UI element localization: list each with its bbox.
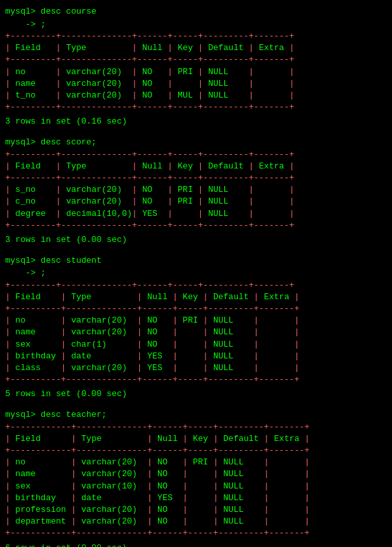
prompt-course: mysql> desc course: [5, 5, 387, 18]
data-row-teacher-4: | profession | varchar(20) | NO | | NULL…: [5, 504, 387, 516]
prompt2-course: -> ;: [5, 18, 387, 31]
data-row-course-2: | t_no | varchar(20) | NO | MUL | NULL |…: [5, 90, 387, 101]
border-bot-student: +----------+--------------+------+-----+…: [5, 374, 387, 386]
border-bot-course: +---------+--------------+------+-----+-…: [5, 101, 387, 113]
result-student: 5 rows in set (0.00 sec): [5, 388, 387, 401]
data-row-teacher-3: | birthday | date | YES | | NULL | |: [5, 492, 387, 504]
prompt2-student: -> ;: [5, 267, 387, 280]
data-row-student-1: | name | varchar(20) | NO | | NULL | |: [5, 327, 387, 338]
data-row-student-3: | birthday | date | YES | | NULL | |: [5, 351, 387, 362]
border-top-score: +---------+--------------+------+-----+-…: [5, 149, 387, 161]
result-course: 3 rows in set (0.16 sec): [5, 115, 387, 129]
border-mid-score: +---------+--------------+------+-----+-…: [5, 172, 387, 184]
section-score: mysql> desc score;+---------+-----------…: [5, 136, 387, 252]
section-student: mysql> desc student -> ;+---------+-----…: [5, 254, 387, 406]
border-bot-score: +---------+--------------+------+-----+-…: [5, 220, 387, 232]
data-row-teacher-2: | sex | varchar(10) | NO | | NULL | |: [5, 481, 387, 492]
data-row-teacher-0: | no | varchar(20) | NO | PRI | NULL | |: [5, 457, 387, 468]
border-mid-teacher: +------------+--------------+------+----…: [5, 445, 387, 457]
header-score: | Field | Type | Null | Key | Default | …: [5, 161, 387, 172]
data-row-course-1: | name | varchar(20) | NO | | NULL | |: [5, 78, 387, 90]
prompt-teacher: mysql> desc teacher;: [5, 408, 387, 421]
data-row-student-2: | sex | char(1) | NO | | NULL | |: [5, 339, 387, 351]
data-row-score-0: | s_no | varchar(20) | NO | PRI | NULL |…: [5, 184, 387, 196]
prompt-student: mysql> desc student: [5, 254, 387, 267]
header-course: | Field | Type | Null | Key | Default | …: [5, 42, 387, 54]
data-row-student-4: | class | varchar(20) | YES | | NULL | |: [5, 362, 387, 374]
header-teacher: | Field | Type | Null | Key | Default | …: [5, 433, 387, 445]
border-top-student: +---------+--------------+------+-----+-…: [5, 280, 387, 291]
section-teacher: mysql> desc teacher;+------------+------…: [5, 408, 387, 547]
border-bot-teacher: +------------+--------------+------+----…: [5, 527, 387, 539]
header-student: | Field | Type | Null | Key | Default | …: [5, 291, 387, 303]
border-top-teacher: +------------+--------------+------+----…: [5, 421, 387, 433]
terminal: mysql> desc course -> ;+---------+------…: [5, 5, 387, 547]
border-mid-course: +---------+--------------+------+-----+-…: [5, 54, 387, 66]
data-row-course-0: | no | varchar(20) | NO | PRI | NULL | |: [5, 66, 387, 78]
border-top-course: +---------+--------------+------+-----+-…: [5, 31, 387, 42]
border-mid-student: +----------+--------------+------+-----+…: [5, 303, 387, 315]
section-course: mysql> desc course -> ;+---------+------…: [5, 5, 387, 133]
data-row-teacher-1: | name | varchar(20) | NO | | NULL | |: [5, 468, 387, 480]
data-row-student-0: | no | varchar(20) | NO | PRI | NULL | |: [5, 315, 387, 327]
prompt-score: mysql> desc score;: [5, 136, 387, 149]
data-row-score-2: | degree | decimal(10,0)| YES | | NULL |…: [5, 208, 387, 220]
data-row-score-1: | c_no | varchar(20) | NO | PRI | NULL |…: [5, 196, 387, 207]
data-row-teacher-5: | department | varchar(20) | NO | | NULL…: [5, 516, 387, 527]
result-teacher: 6 rows in set (0.00 sec): [5, 542, 387, 547]
result-score: 3 rows in set (0.00 sec): [5, 233, 387, 247]
